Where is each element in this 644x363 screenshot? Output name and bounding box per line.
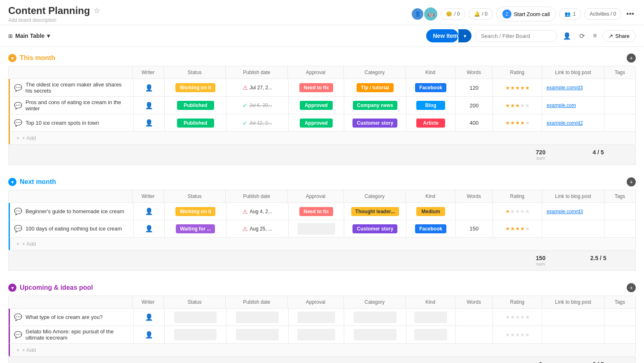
more-options-button[interactable]: •••	[625, 8, 636, 20]
rating-stars[interactable]: ★★★★★	[505, 314, 530, 320]
members-button[interactable]: 👥 1	[559, 8, 581, 20]
row-tags-cell[interactable]	[604, 203, 635, 220]
status-badge[interactable]: Working on it	[175, 207, 215, 216]
row-approval-cell[interactable]: Need to fix	[289, 79, 344, 96]
search-input[interactable]	[475, 30, 557, 42]
group-add-button-upcoming[interactable]: +	[627, 283, 636, 292]
row-kind-cell[interactable]	[406, 309, 456, 326]
rating-stars[interactable]: ★★★★★	[505, 85, 530, 91]
row-link-cell[interactable]	[542, 309, 604, 326]
row-tags-cell[interactable]	[604, 114, 635, 131]
row-category-cell[interactable]	[344, 326, 406, 343]
comment-icon[interactable]: 💬	[14, 313, 22, 321]
row-kind-cell[interactable]: Blog	[406, 97, 456, 114]
row-category-cell[interactable]: Company news	[344, 97, 406, 114]
group-toggle-upcoming[interactable]: ▾	[8, 284, 16, 292]
row-category-cell[interactable]	[344, 309, 406, 326]
comment-icon[interactable]: 💬	[14, 207, 22, 215]
row-rating-cell[interactable]: ★★★★★	[493, 114, 542, 131]
comment-icon[interactable]: 💬	[14, 331, 22, 339]
comment-icon[interactable]: 💬	[14, 119, 22, 127]
add-row-button[interactable]: + + Add	[9, 132, 635, 144]
category-badge[interactable]: Tip / tutorial	[357, 83, 394, 92]
row-category-cell[interactable]: Customer story	[344, 220, 406, 237]
star-icon[interactable]: ☆	[93, 6, 100, 15]
row-approval-cell[interactable]	[289, 326, 344, 343]
status-badge[interactable]: Published	[177, 119, 214, 128]
row-tags-cell[interactable]	[604, 220, 635, 237]
row-approval-cell[interactable]: Approved	[289, 97, 344, 114]
row-link-cell[interactable]: example.com/d3	[542, 203, 604, 220]
status-badge[interactable]: Waiting for ...	[176, 224, 215, 233]
approval-badge[interactable]: Approved	[300, 119, 333, 128]
category-badge[interactable]: Customer story	[352, 119, 397, 128]
new-item-dropdown-button[interactable]: ▾	[458, 29, 471, 42]
row-status-cell[interactable]: Working on it	[165, 79, 226, 96]
blog-link[interactable]: example.com/d3	[546, 209, 583, 214]
kind-badge[interactable]: Blog	[416, 101, 445, 110]
reactions-button[interactable]: 😊 / 0	[441, 8, 465, 20]
row-rating-cell[interactable]: ★★★★★	[493, 220, 542, 237]
comment-icon[interactable]: 💬	[14, 102, 22, 109]
writer-icon[interactable]: 👤	[145, 102, 153, 109]
approval-badge[interactable]: Need to fix	[299, 83, 333, 92]
approval-badge[interactable]: Need to fix	[299, 207, 333, 216]
kind-badge[interactable]: Article	[416, 119, 445, 128]
row-status-cell[interactable]: Published	[165, 97, 226, 114]
row-status-cell[interactable]	[165, 309, 226, 326]
row-rating-cell[interactable]: ★★★★★	[493, 79, 542, 96]
category-badge[interactable]: Customer story	[352, 224, 397, 233]
table-name[interactable]: Main Table ▾	[15, 33, 50, 39]
comment-icon[interactable]: 💬	[14, 84, 22, 92]
add-row-button[interactable]: + + Add	[9, 237, 635, 250]
updates-button[interactable]: 🔔 / 0	[469, 8, 493, 20]
row-approval-cell[interactable]: Approved	[289, 114, 344, 131]
kind-badge[interactable]: Facebook	[415, 83, 446, 92]
zoom-call-button[interactable]: Z Start Zoom call	[496, 7, 556, 21]
row-status-cell[interactable]: Waiting for ...	[165, 220, 226, 237]
comment-icon[interactable]: 💬	[14, 225, 22, 233]
writer-icon[interactable]: 👤	[145, 225, 153, 233]
group-toggle-this-month[interactable]: ▾	[8, 54, 16, 62]
row-category-cell[interactable]: Customer story	[344, 114, 406, 131]
kind-badge[interactable]: Medium	[416, 207, 445, 216]
row-link-cell[interactable]	[542, 220, 604, 237]
row-kind-cell[interactable]: Medium	[406, 203, 456, 220]
status-badge[interactable]: Published	[177, 101, 214, 110]
person-filter-button[interactable]: 👤	[560, 30, 574, 42]
new-item-button[interactable]: New Item	[426, 29, 458, 42]
row-rating-cell[interactable]: ★★★★★	[493, 97, 542, 114]
sort-button[interactable]: ⟳	[577, 30, 587, 42]
row-status-cell[interactable]: Published	[165, 114, 226, 131]
group-add-button-next-month[interactable]: +	[627, 177, 636, 186]
status-badge[interactable]: Working on it	[175, 83, 215, 92]
writer-icon[interactable]: 👤	[145, 84, 153, 92]
group-add-button-this-month[interactable]: +	[627, 54, 636, 63]
row-category-cell[interactable]: Thought leader...	[344, 203, 406, 220]
writer-icon[interactable]: 👤	[145, 119, 153, 127]
share-button[interactable]: ↗ Share	[602, 30, 636, 42]
activities-button[interactable]: Activities / 0	[584, 8, 621, 20]
rating-stars[interactable]: ★★★★★	[505, 208, 530, 214]
approval-badge[interactable]: Approved	[300, 101, 333, 110]
row-rating-cell[interactable]: ★★★★★	[493, 326, 542, 343]
row-tags-cell[interactable]	[604, 97, 635, 114]
row-kind-cell[interactable]	[406, 326, 456, 343]
row-status-cell[interactable]	[165, 326, 226, 343]
rating-stars[interactable]: ★★★★★	[505, 120, 530, 126]
kind-badge[interactable]: Facebook	[415, 224, 446, 233]
row-approval-cell[interactable]	[289, 309, 344, 326]
avatar[interactable]: 👤	[411, 7, 424, 21]
row-link-cell[interactable]: example.com/d2	[542, 114, 604, 131]
row-kind-cell[interactable]: Article	[406, 114, 456, 131]
row-approval-cell[interactable]: Need to fix	[289, 203, 344, 220]
row-link-cell[interactable]	[542, 326, 604, 343]
filter-button[interactable]: ≡	[590, 30, 599, 41]
blog-link[interactable]: example.com/d3	[546, 85, 583, 91]
category-badge[interactable]: Company news	[353, 101, 397, 110]
group-toggle-next-month[interactable]: ▾	[8, 178, 16, 186]
row-status-cell[interactable]: Working on it	[165, 203, 226, 220]
row-tags-cell[interactable]	[604, 79, 635, 96]
blog-link[interactable]: example.com	[546, 102, 576, 108]
row-tags-cell[interactable]	[604, 309, 635, 326]
